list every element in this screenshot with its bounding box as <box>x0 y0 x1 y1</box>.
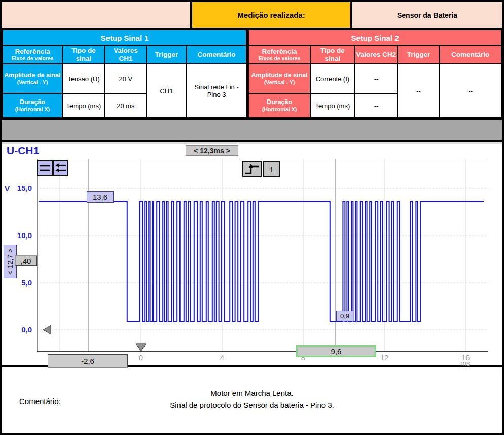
setup2-amplitude-valor: -- <box>355 64 398 93</box>
trigger-channel-button[interactable]: 1 <box>263 161 280 177</box>
setup2-col-comentario: Comentário <box>440 45 501 64</box>
horizontal-lines-icon <box>39 162 51 174</box>
setup-tables: Setup Sinal 1 ReferênciaEixos de valores… <box>2 29 502 118</box>
setup1-col-trigger: Trigger <box>147 45 187 64</box>
cursor1-time-readout[interactable]: -2,6 <box>48 354 128 367</box>
trigger-position-marker-icon[interactable] <box>136 344 146 351</box>
setup2-duracao-valor: -- <box>355 93 398 118</box>
setup2-col-trigger: Trigger <box>398 45 439 64</box>
cursor-delta-time-readout[interactable]: < 12,3ms > <box>186 145 238 156</box>
vertical-offset-handle[interactable]: ,40 <box>15 255 37 266</box>
setup-signal-1-table: Setup Sinal 1 ReferênciaEixos de valores… <box>2 29 247 118</box>
setup2-duracao-header: Duração(Horizontal X) <box>248 93 310 118</box>
setup-signal-2-table: Setup Sinal 2 ReferênciaEixos de valores… <box>248 29 502 118</box>
trigger-edge-button[interactable] <box>242 161 262 177</box>
measurement-report: Medição realizada: Sensor da Bateria Set… <box>0 0 504 435</box>
setup2-amplitude-tipo: Corrente (I) <box>310 64 354 93</box>
report-header: Medição realizada: Sensor da Bateria <box>2 2 502 29</box>
y-tick-label: 10,0 <box>13 231 32 240</box>
waveform-plot <box>37 159 488 354</box>
x-tick-label: 12 <box>378 353 391 362</box>
setup1-duracao-valor: 20 ms <box>105 93 147 118</box>
setup1-duracao-tipo: Tempo (ms) <box>62 93 105 118</box>
channel-label: U-CH1 <box>7 145 39 157</box>
setup1-col-valores: Valores CH1 <box>105 45 147 64</box>
setup1-amplitude-tipo: Tensão (U) <box>62 64 105 93</box>
setup2-trigger-value: -- <box>398 64 439 118</box>
setup1-title: Setup Sinal 1 <box>3 30 246 45</box>
setup2-amplitude-header: Amplitude de sinal(Vertical - Y) <box>248 64 310 93</box>
x-axis-unit: ms <box>460 359 470 367</box>
setup1-duracao-header: Duração(Horizontal X) <box>3 93 62 118</box>
header-blank-cell <box>2 2 190 28</box>
setup1-col-comentario: Comentário <box>187 45 246 64</box>
setup1-comentario-value: Sinal rede Lin -Pino 3 <box>187 64 246 118</box>
oscilloscope-panel: U-CH1 < 12,3ms > 1 <box>2 144 502 367</box>
setup1-trigger-value: CH1 <box>147 64 187 118</box>
trigger-channel-number: 1 <box>269 165 273 174</box>
setup2-title: Setup Sinal 2 <box>248 30 501 45</box>
rising-edge-icon <box>243 163 261 175</box>
measurement-label: Medição realizada: <box>190 2 352 28</box>
channel1-trace <box>39 202 484 321</box>
measurement-value: Sensor da Bateria <box>352 2 502 28</box>
x-tick-label: 4 <box>215 353 229 362</box>
setup2-duracao-tipo: Tempo (ms) <box>310 93 354 118</box>
cursor2-voltage-readout[interactable]: 0,9 <box>336 311 353 321</box>
y-tick-label: 5,0 <box>13 278 32 287</box>
double-left-arrow-icon <box>54 162 67 174</box>
y-tick-label: 15,0 <box>13 184 32 192</box>
setup1-col-tipo: Tipo de sinal <box>62 45 105 64</box>
ground-level-marker-icon[interactable] <box>43 326 51 334</box>
comment-text: Motor em Marcha Lenta. Sinal de protocol… <box>2 388 502 411</box>
y-tick-label: 0,0 <box>13 325 32 334</box>
setup1-col-referencia: ReferênciaEixos de valores <box>3 45 62 64</box>
setup1-amplitude-valor: 20 V <box>105 64 147 93</box>
setup2-comentario-value: -- <box>440 64 501 118</box>
scroll-left-button[interactable] <box>53 160 68 176</box>
cursor2-time-readout[interactable]: 9,6 <box>296 345 376 357</box>
channel-lines-button[interactable] <box>37 160 53 176</box>
setup1-amplitude-header: Amplitude de sinal(Vertical - Y) <box>3 64 62 93</box>
divider-band <box>2 118 502 142</box>
y-axis-unit: V <box>5 184 10 193</box>
setup2-col-referencia: ReferênciaEixos de valores <box>248 45 310 64</box>
cursor1-voltage-readout[interactable]: 13,6 <box>87 191 114 203</box>
x-tick-label: 0 <box>134 353 148 362</box>
setup2-col-tipo: Tipo de sinal <box>310 45 354 64</box>
comment-section: Comentário: Motor em Marcha Lenta. Sinal… <box>2 367 502 433</box>
setup2-col-valores: Valores CH2 <box>355 45 398 64</box>
